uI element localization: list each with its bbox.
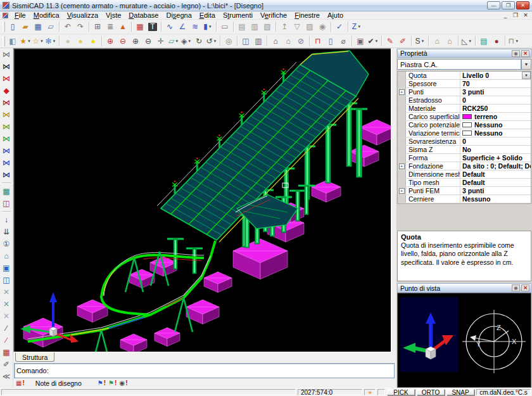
reinforcement-table-button[interactable]: ▦ xyxy=(134,21,146,33)
solid-element-button[interactable]: ▮▼ xyxy=(201,21,214,33)
measure-angle-dropdown-icon[interactable]: ▼ xyxy=(468,39,472,43)
image-tool-button[interactable]: ▨ xyxy=(303,21,316,33)
menu-strumenti[interactable]: Strumenti xyxy=(219,11,256,20)
verify-check-button[interactable]: ✓ xyxy=(333,21,346,33)
drawing-view-button[interactable]: ◫ xyxy=(239,35,252,47)
wall-tool-button[interactable]: ▥ xyxy=(248,21,261,33)
table-tool-button[interactable]: ◫ xyxy=(1,198,12,208)
sheet-number-button[interactable]: ① xyxy=(1,238,12,249)
spring-element-button[interactable]: ∿ xyxy=(163,21,176,33)
codes-table-button[interactable]: ⊞ xyxy=(91,21,104,33)
close-panel-icon[interactable]: ✕ xyxy=(521,50,529,57)
camera-tool-button[interactable]: ◉ xyxy=(316,21,329,33)
z-direction-button[interactable]: Z▼ xyxy=(350,21,363,33)
vertical-ruler-button[interactable]: ▯ xyxy=(324,35,337,47)
maximize-button[interactable]: ❐ xyxy=(502,1,515,10)
command-input[interactable]: Comando: xyxy=(14,363,395,378)
x-tool-12-button[interactable]: ✕ xyxy=(1,310,12,321)
menu-disegna[interactable]: Disegna xyxy=(162,11,195,20)
z-direction-dropdown-icon[interactable]: ▼ xyxy=(357,25,361,29)
eyedropper-button[interactable]: ✐ xyxy=(1,359,12,369)
zoom-in-button[interactable]: ⊕ xyxy=(129,35,142,47)
render-scene-button[interactable]: ⌂ xyxy=(269,35,282,47)
filter-tool-button[interactable]: ▽ xyxy=(291,21,303,33)
zoom-previous-button[interactable]: ⊖ xyxy=(117,35,129,47)
pan-button[interactable]: ✛ xyxy=(155,35,167,47)
menu-edita[interactable]: Edita xyxy=(196,11,219,20)
lights-on-button[interactable]: ● xyxy=(87,35,99,47)
expand-icon[interactable]: + xyxy=(399,163,405,169)
new-document-button[interactable]: ▯ xyxy=(6,21,19,33)
view-solid-button[interactable]: ◈▼ xyxy=(180,35,193,47)
beam-section-button[interactable]: ⊓ xyxy=(312,35,324,47)
property-row-sovraresistenza[interactable]: Sovraresistenza0 xyxy=(398,137,531,146)
pick-toggle[interactable]: PICK xyxy=(387,389,415,395)
pin-icon[interactable]: ◉ xyxy=(512,284,520,291)
orbit-continuous-button[interactable]: ↺▼ xyxy=(205,35,218,47)
property-row-materiale[interactable]: MaterialeRCK250 xyxy=(398,105,531,113)
menu-modifica[interactable]: Modifica xyxy=(30,11,63,20)
view-face-button[interactable]: ▱▼ xyxy=(167,35,180,47)
text-style-button[interactable]: T xyxy=(146,21,159,33)
x-tool-1-button[interactable]: ✕ xyxy=(1,286,12,297)
undo-button[interactable]: ↶ xyxy=(61,21,74,33)
property-row-dimensione-mesh[interactable]: Dimensione meshDefault xyxy=(398,170,531,179)
edit-marker-button[interactable]: ✎ xyxy=(384,35,396,47)
edit-marker-2-button[interactable]: ✐ xyxy=(396,35,409,47)
section-curve-dropdown-icon[interactable]: ▼ xyxy=(421,39,425,43)
orbit-continuous-dropdown-icon[interactable]: ▼ xyxy=(213,39,217,43)
beam-tool-7-button[interactable]: ⋈ xyxy=(1,121,12,132)
lights-mid-button[interactable]: ● xyxy=(74,35,87,47)
collapse-toolbar-button[interactable]: ≪ xyxy=(1,371,12,381)
redo-button[interactable]: ↷ xyxy=(74,21,87,33)
panel-element-button[interactable]: ▭ xyxy=(218,21,231,33)
regen-view-button[interactable]: ✻▼ xyxy=(44,35,57,47)
attach-note-button[interactable]: ⊘ xyxy=(294,35,307,47)
column-tool-button[interactable]: ▧ xyxy=(261,21,274,33)
diameter-tool-button[interactable]: ⌀ xyxy=(337,35,350,47)
beam-tool-6-button[interactable]: ⋈ xyxy=(1,109,12,120)
zoom-extents-button[interactable]: ⊕ xyxy=(104,35,117,47)
check-flag-green-button[interactable]: ⚑! xyxy=(108,380,117,386)
save-button[interactable]: ▦ xyxy=(32,21,44,33)
roof-house-2-button[interactable]: ⌂ xyxy=(443,35,456,47)
plate-tool-button[interactable]: ▤ xyxy=(236,21,248,33)
menu-aiuto[interactable]: Aiuto xyxy=(324,11,347,20)
solid-element-dropdown-icon[interactable]: ▼ xyxy=(208,25,212,29)
layer-stack-button[interactable]: ▤ xyxy=(478,35,490,47)
dropdown-icon[interactable]: ▼ xyxy=(522,72,531,79)
lift-tool-button[interactable]: ↥ xyxy=(278,21,291,33)
expand-icon[interactable]: + xyxy=(399,89,405,95)
sun-icon[interactable]: ☀ xyxy=(364,389,376,395)
menu-viste[interactable]: Viste xyxy=(102,11,125,20)
dynamic-view-dropdown-icon[interactable]: ▼ xyxy=(40,39,44,43)
dome-house-button[interactable]: ⌂ xyxy=(1,250,12,261)
close-button[interactable]: ✕ xyxy=(516,1,529,10)
lights-off-button[interactable]: ● xyxy=(61,35,74,47)
measure-angle-button[interactable]: ◺▼ xyxy=(460,35,473,47)
beam-tool-4-button[interactable]: ◆ xyxy=(1,85,12,96)
window-panel-1-button[interactable]: ◫ xyxy=(1,274,12,285)
check-options-button[interactable]: ✔▼ xyxy=(367,35,379,47)
property-row-sisma-z[interactable]: Sisma ZNo xyxy=(398,146,531,154)
mdi-close-button[interactable]: ✕ xyxy=(521,11,531,20)
menu-verifiche[interactable]: Verifiche xyxy=(256,11,291,20)
selector-dropdown-icon[interactable]: ▼ xyxy=(521,59,531,70)
regen-view-dropdown-icon[interactable]: ▼ xyxy=(53,39,56,43)
property-row-quota[interactable]: QuotaLivello 0▼ xyxy=(398,72,531,80)
roof-house-button[interactable]: ⌂ xyxy=(431,35,443,47)
menu-visualizza[interactable]: Visualizza xyxy=(63,11,102,20)
property-row-variazione-termica[interactable]: Variazione termicaNessuno xyxy=(398,129,531,137)
load-fan-button[interactable]: ≋ xyxy=(189,21,201,33)
open-project-button[interactable]: ▱ xyxy=(44,21,57,33)
view-face-dropdown-icon[interactable]: ▼ xyxy=(175,39,179,43)
menu-finestre[interactable]: Finestre xyxy=(291,11,324,20)
view-solid-dropdown-icon[interactable]: ▼ xyxy=(187,39,191,43)
beam-tool-9-button[interactable]: ⋈ xyxy=(1,145,12,156)
solid-red-button[interactable]: ● xyxy=(490,35,503,47)
view-3d-button[interactable]: ◧ xyxy=(6,35,19,47)
property-row-fondazione[interactable]: +FondazioneDa sito : 0; Default; De xyxy=(398,162,531,170)
beam-tool-11-button[interactable]: ⋈ xyxy=(1,169,12,180)
snap-toggle[interactable]: SNAP xyxy=(446,389,474,395)
line-tool-red-button[interactable]: ∕ xyxy=(1,335,12,345)
